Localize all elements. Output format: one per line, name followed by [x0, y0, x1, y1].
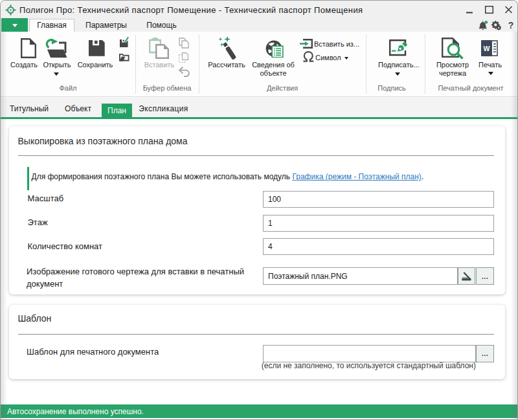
svg-text:W: W	[483, 45, 490, 52]
